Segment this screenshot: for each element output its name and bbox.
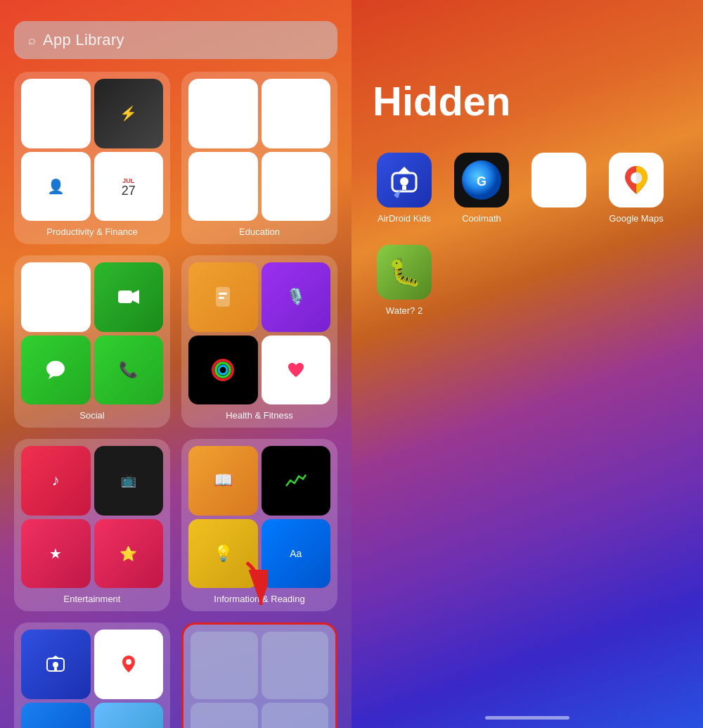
right-app-label-googlemaps: Google Maps	[609, 213, 663, 224]
svg-marker-12	[51, 656, 60, 658]
right-app-airdroid[interactable]: AirDroid Kids	[373, 153, 436, 224]
svg-rect-0	[118, 290, 132, 303]
app-icon-books: 📖	[188, 446, 258, 516]
svg-marker-1	[132, 290, 139, 304]
svg-point-18	[400, 177, 408, 186]
right-app-label-coolmath: Coolmath	[462, 213, 501, 224]
folder-education[interactable]: Education	[181, 72, 337, 244]
app-icon-airdroid-other	[21, 630, 91, 699]
folder-health[interactable]: 🎙️ Health & Fitness	[181, 255, 337, 428]
app-icon-health	[262, 336, 331, 405]
folder-productivity[interactable]: ⚡ 👤 JUL 27 Productivity & Finance	[14, 72, 170, 244]
home-indicator	[485, 716, 569, 720]
app-icon-calendar: JUL 27	[94, 152, 164, 222]
right-app-coolmath[interactable]: G Coolmath	[450, 153, 513, 224]
app-icon-edu1	[188, 79, 258, 148]
app-icon-edu2	[262, 79, 331, 148]
right-app-icon-airdroid	[377, 153, 432, 207]
app-icon-edu4	[262, 152, 331, 222]
right-apps-row-1: AirDroid Kids G Coolmath	[366, 153, 689, 224]
svg-point-9	[219, 366, 227, 374]
hidden-placeholder-4	[262, 703, 329, 729]
svg-text:G: G	[477, 174, 486, 189]
app-icon-translate: Aa	[262, 519, 331, 589]
app-icon-water-other: 🐛	[94, 703, 164, 729]
right-app-icon-water2: 🐛	[377, 245, 432, 300]
app-icon-maps-other	[94, 630, 164, 699]
folder-health-label: Health & Fitness	[226, 410, 292, 421]
app-icon-stocks	[262, 446, 331, 516]
app-icon-social-blank	[21, 262, 91, 332]
app-icon-activity	[188, 336, 258, 405]
app-icon-contacts: 👤	[21, 152, 91, 222]
search-icon: ⌕	[28, 33, 36, 48]
app-icon-messages	[21, 336, 91, 405]
app-icon-screentime	[188, 262, 258, 332]
app-icon-appletv: 📺	[94, 446, 164, 516]
app-icon-facetime	[94, 262, 164, 332]
folder-information[interactable]: 📖 💡 Aa Information & Reading	[181, 439, 337, 611]
svg-rect-14	[54, 668, 57, 670]
folder-information-label: Information & Reading	[214, 594, 304, 604]
hidden-placeholder-3	[191, 703, 258, 729]
search-bar[interactable]: ⌕ App Library	[14, 21, 337, 59]
folder-entertainment-label: Entertainment	[64, 594, 121, 604]
hidden-placeholder-2	[262, 632, 329, 699]
svg-rect-6	[219, 297, 224, 299]
app-icon-tips: 💡	[188, 519, 258, 589]
right-app-icon-googlemaps	[609, 153, 664, 207]
svg-point-13	[53, 662, 58, 668]
folder-other[interactable]: 🐛 Other	[14, 622, 170, 728]
folders-grid: ⚡ 👤 JUL 27 Productivity & Finance Educa	[14, 72, 337, 728]
svg-rect-19	[402, 186, 406, 190]
right-app-label-airdroid: AirDroid Kids	[378, 213, 431, 224]
folder-hidden[interactable]: Hidden	[181, 622, 337, 728]
right-app-googlemaps[interactable]: Google Maps	[605, 153, 668, 224]
hidden-placeholder-1	[191, 632, 258, 699]
app-icon-appstore-other	[21, 703, 91, 729]
svg-point-2	[46, 361, 65, 376]
right-app-icon-blank	[531, 153, 586, 207]
app-icon-shortcuts: ⚡	[94, 79, 164, 148]
svg-rect-5	[219, 293, 227, 295]
hidden-title: Hidden	[366, 77, 689, 124]
app-icon-itunes: ★	[21, 519, 91, 589]
right-app-blank[interactable]	[527, 153, 591, 224]
svg-marker-17	[398, 167, 411, 173]
app-icon-music: ♪	[21, 446, 91, 516]
search-label: App Library	[43, 31, 124, 49]
folder-social-label: Social	[79, 410, 104, 421]
app-icon-podcasts: 🎙️	[262, 262, 331, 332]
right-panel: Hidden AirDroid Kids	[352, 0, 703, 728]
folder-social[interactable]: 📞 Social	[14, 255, 170, 428]
folder-productivity-label: Productivity & Finance	[46, 226, 137, 237]
folder-education-label: Education	[239, 226, 280, 237]
app-icon-edu3	[188, 152, 258, 222]
folder-entertainment[interactable]: ♪ 📺 ★ ⭐ Entertainment	[14, 439, 170, 611]
app-icon-phone: 📞	[94, 336, 164, 405]
right-app-water2[interactable]: 🐛 Water? 2	[373, 245, 436, 316]
left-panel: ⌕ App Library ⚡ 👤 JUL 27 Productivity & …	[0, 0, 352, 728]
right-apps-row-2: 🐛 Water? 2	[366, 245, 689, 316]
svg-point-15	[126, 659, 131, 665]
app-icon-star: ⭐	[94, 519, 164, 589]
right-app-icon-coolmath: G	[454, 153, 509, 207]
app-icon-blank1	[21, 79, 91, 148]
right-app-label-water2: Water? 2	[386, 305, 423, 316]
